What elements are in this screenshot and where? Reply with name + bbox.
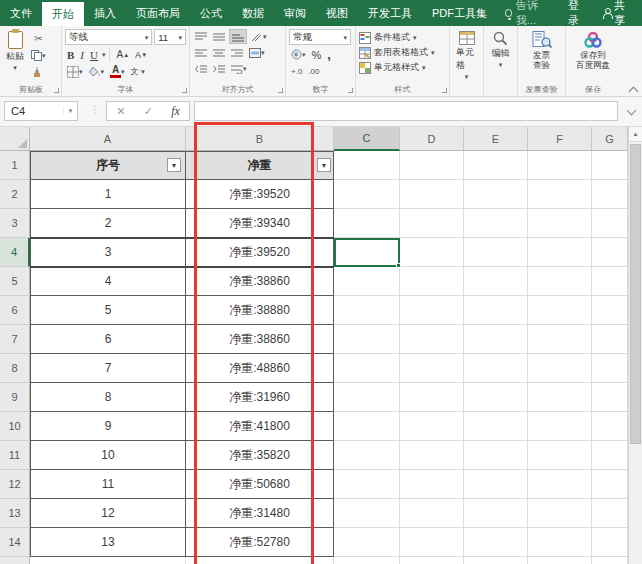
tab-开始[interactable]: 开始: [42, 2, 84, 26]
row-header-6[interactable]: 6: [0, 296, 30, 325]
cell-C2[interactable]: [334, 180, 400, 209]
cell-D2[interactable]: [400, 180, 464, 209]
cell-A15[interactable]: [30, 557, 186, 564]
italic-button[interactable]: I: [78, 47, 86, 62]
cell-E15[interactable]: [464, 557, 528, 564]
cell-A6[interactable]: 5: [30, 296, 186, 325]
cell-B14[interactable]: 净重:52780: [186, 528, 334, 557]
cell-C6[interactable]: [334, 296, 400, 325]
cell-F4[interactable]: [528, 238, 592, 267]
cell-B8[interactable]: 净重:48860: [186, 354, 334, 383]
cell-B12[interactable]: 净重:50680: [186, 470, 334, 499]
row-header-12[interactable]: 12: [0, 470, 30, 499]
tab-插入[interactable]: 插入: [84, 0, 126, 26]
enter-button[interactable]: ✓: [144, 105, 153, 118]
cell-G8[interactable]: [592, 354, 628, 383]
cell-D13[interactable]: [400, 499, 464, 528]
increase-decimal-button[interactable]: +.0: [289, 64, 304, 79]
collapse-ribbon-button[interactable]: [630, 85, 637, 92]
cell-A4[interactable]: 3: [30, 238, 186, 267]
cell-E10[interactable]: [464, 412, 528, 441]
cell-G7[interactable]: [592, 325, 628, 354]
increase-indent-button[interactable]: [211, 61, 227, 76]
insert-function-button[interactable]: fx: [171, 104, 180, 119]
cell-E7[interactable]: [464, 325, 528, 354]
tab-开发工具[interactable]: 开发工具: [358, 0, 422, 26]
cell-A9[interactable]: 8: [30, 383, 186, 412]
tab-公式[interactable]: 公式: [190, 0, 232, 26]
cell-E1[interactable]: [464, 151, 528, 180]
font-size-select[interactable]: 11 ▾: [154, 29, 186, 45]
cell-C14[interactable]: [334, 528, 400, 557]
font-name-select[interactable]: 等线 ▾: [65, 29, 152, 45]
cell-A1[interactable]: 序号: [30, 151, 186, 180]
g-num-dialog-launcher[interactable]: [348, 88, 353, 93]
cell-E11[interactable]: [464, 441, 528, 470]
cell-G2[interactable]: [592, 180, 628, 209]
cell-E2[interactable]: [464, 180, 528, 209]
cell-F5[interactable]: [528, 267, 592, 296]
merge-center-button[interactable]: ▾: [247, 45, 267, 60]
row-header-7[interactable]: 7: [0, 325, 30, 354]
cell-A8[interactable]: 7: [30, 354, 186, 383]
cell-A5[interactable]: 4: [30, 267, 186, 296]
cell-F2[interactable]: [528, 180, 592, 209]
cell-B9[interactable]: 净重:31960: [186, 383, 334, 412]
paste-button[interactable]: 粘贴 ▾: [3, 29, 27, 84]
g-align-dialog-launcher[interactable]: [278, 88, 283, 93]
select-all-corner[interactable]: [0, 127, 30, 151]
cell-D12[interactable]: [400, 470, 464, 499]
tab-PDF工具集[interactable]: PDF工具集: [422, 0, 497, 26]
cell-E13[interactable]: [464, 499, 528, 528]
column-header-F[interactable]: F: [528, 127, 592, 151]
cell-E8[interactable]: [464, 354, 528, 383]
cell-E12[interactable]: [464, 470, 528, 499]
cell-G9[interactable]: [592, 383, 628, 412]
cell-G4[interactable]: [592, 238, 628, 267]
row-header-11[interactable]: 11: [0, 441, 30, 470]
cell-G10[interactable]: [592, 412, 628, 441]
conditional-formatting-button[interactable]: 条件格式 ▾: [359, 31, 446, 44]
cell-F7[interactable]: [528, 325, 592, 354]
font-color-button[interactable]: A ▾: [108, 64, 127, 79]
cell-E5[interactable]: [464, 267, 528, 296]
align-bottom-button[interactable]: [229, 29, 247, 44]
g-font-dialog-launcher[interactable]: [182, 88, 187, 93]
name-box-caret[interactable]: ▾: [63, 107, 77, 115]
paste-dropdown-caret[interactable]: ▾: [13, 64, 17, 71]
cell-F11[interactable]: [528, 441, 592, 470]
cell-C9[interactable]: [334, 383, 400, 412]
cell-B6[interactable]: 净重:38880: [186, 296, 334, 325]
cell-B4[interactable]: 净重:39520: [186, 238, 334, 267]
cell-C1[interactable]: [334, 151, 400, 180]
cell-F1[interactable]: [528, 151, 592, 180]
row-header-13[interactable]: 13: [0, 499, 30, 528]
cell-G14[interactable]: [592, 528, 628, 557]
cell-C3[interactable]: [334, 209, 400, 238]
cell-A10[interactable]: 9: [30, 412, 186, 441]
cell-C11[interactable]: [334, 441, 400, 470]
underline-button[interactable]: U: [88, 47, 100, 62]
cell-C8[interactable]: [334, 354, 400, 383]
cell-B10[interactable]: 净重:41800: [186, 412, 334, 441]
number-format-select[interactable]: 常规 ▾: [289, 29, 351, 45]
shrink-font-button[interactable]: A▼: [133, 47, 149, 62]
cell-D6[interactable]: [400, 296, 464, 325]
cell-E14[interactable]: [464, 528, 528, 557]
cell-D4[interactable]: [400, 238, 464, 267]
cell-A7[interactable]: 6: [30, 325, 186, 354]
row-header-15[interactable]: [0, 557, 30, 564]
comma-style-button[interactable]: ,: [325, 47, 333, 62]
row-header-5[interactable]: 5: [0, 267, 30, 296]
orientation-button[interactable]: ▾: [249, 29, 269, 44]
cell-C12[interactable]: [334, 470, 400, 499]
cancel-button[interactable]: ✕: [116, 105, 125, 118]
column-header-C[interactable]: C: [334, 127, 400, 151]
cell-C13[interactable]: [334, 499, 400, 528]
cell-F8[interactable]: [528, 354, 592, 383]
align-right-button[interactable]: [229, 45, 245, 60]
cell-F6[interactable]: [528, 296, 592, 325]
cell-F9[interactable]: [528, 383, 592, 412]
sign-in-button[interactable]: 登录: [558, 0, 596, 28]
share-button[interactable]: 共享: [596, 0, 642, 28]
